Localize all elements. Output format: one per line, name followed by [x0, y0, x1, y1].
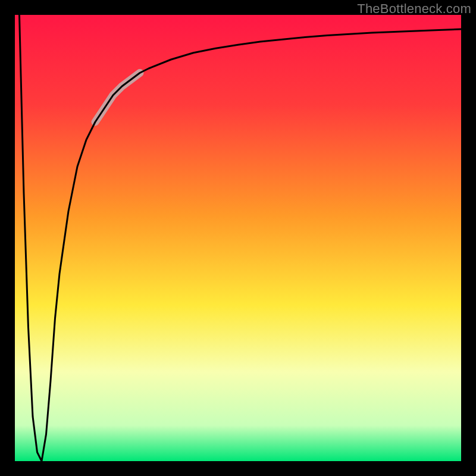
chart-container: TheBottleneck.com — [0, 0, 476, 476]
chart-svg — [0, 0, 476, 476]
plot-area — [15, 15, 461, 461]
watermark-text: TheBottleneck.com — [357, 1, 471, 17]
